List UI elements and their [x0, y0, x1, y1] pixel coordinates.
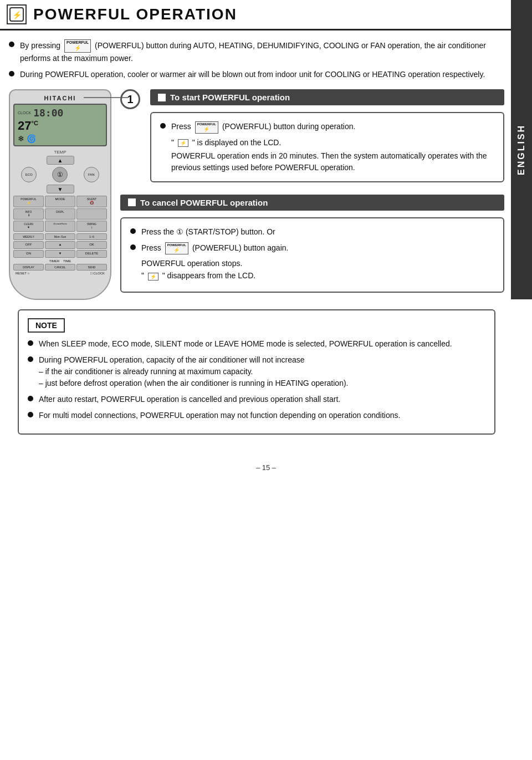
remote-temperature: 27°C [18, 119, 103, 133]
powerful-button-ref: POWERFUL ⚡ [64, 39, 91, 53]
leave-home-button[interactable]: ⊙LeaveHome [45, 221, 75, 232]
note-section: NOTE When SLEEP mode, ECO mode, SILENT m… [18, 309, 495, 435]
off-button[interactable]: OFF [13, 241, 44, 249]
bullet-dot [9, 71, 14, 76]
delete-button[interactable]: DELETE [76, 250, 107, 258]
cancel-disappears-text: " ⚡ " disappears from the LCD. [141, 271, 494, 280]
remote-time: 18:00 [33, 107, 63, 119]
eco-button[interactable]: ECO [21, 167, 37, 182]
intro-bullet-2: During POWERFUL operation, cooler or war… [9, 69, 504, 80]
start-section-wrapper: 1 To start POWERFUL operation [120, 89, 504, 190]
time-up-button[interactable]: ▲ [45, 241, 75, 249]
on-button[interactable]: ON [13, 250, 44, 258]
page-header: ⚡ POWERFUL OPERATION [0, 0, 532, 30]
bullet-dot [28, 396, 33, 401]
blank-button[interactable] [76, 208, 107, 220]
step1-row: 1 To start POWERFUL operation [120, 89, 504, 190]
range-button[interactable]: 1~6 [76, 233, 107, 240]
fan-icon: 🌀 [27, 134, 36, 143]
bullet-dot [9, 42, 14, 47]
note-item-4: For multi model connections, POWERFUL op… [28, 410, 485, 421]
intro-bullet-2-text: During POWERFUL operation, cooler or war… [20, 69, 485, 80]
intro-bullet-1-text: By pressing POWERFUL ⚡ (POWERFUL) button… [20, 39, 504, 64]
cancel-section-header: To cancel POWERFUL operation [120, 195, 504, 211]
send-button[interactable]: SEND [76, 264, 107, 271]
mode-button[interactable]: MODE [45, 196, 75, 207]
start-section-content: To start POWERFUL operation Press POWERF… [150, 89, 504, 190]
powerful-lcd-icon-2: ⚡ [148, 273, 158, 280]
bullet-dot [28, 340, 33, 346]
bullet-dot [160, 123, 166, 129]
note-item-3: After auto restart, POWERFUL operation i… [28, 394, 485, 405]
header-square [158, 94, 166, 101]
powerful-button-inline: POWERFUL ⚡ [195, 121, 218, 134]
silent-button[interactable]: SILENT 🔇 [76, 196, 107, 207]
temp-up-button[interactable]: ▲ [47, 156, 74, 165]
start-section-box: Press POWERFUL ⚡ (POWERFUL) button durin… [150, 112, 504, 182]
remote-control: HITACHI CLOCK 18:00 27°C ❄ 🌀 [9, 89, 111, 300]
start-bullet-1: Press POWERFUL ⚡ (POWERFUL) button durin… [160, 121, 494, 133]
clock-btn-label: □ CLOCK [90, 272, 105, 275]
cancel-bullet-2: Press POWERFUL ⚡ (POWERFUL) button again… [130, 242, 494, 254]
mon-sun-button[interactable]: Mon~Sun [45, 233, 75, 240]
ok-button[interactable]: OK [76, 241, 107, 249]
main-buttons-row: ECO ① FAN [13, 167, 107, 182]
weekly-button[interactable]: WEEKLY [13, 233, 44, 240]
time-down-button[interactable]: ▼ [45, 250, 75, 258]
bottom-row: DISPLAY CANCEL SEND [13, 264, 107, 271]
instructions-column: 1 To start POWERFUL operation [120, 89, 504, 300]
reset-label: RESET ○ [16, 272, 29, 275]
temp-label: TEMP [13, 150, 107, 155]
info-button[interactable]: INFO ℹ [13, 208, 44, 220]
connector-svg [84, 84, 128, 111]
start-section-header: To start POWERFUL operation [150, 89, 504, 105]
cancel-bullet-1: Press the ① (START/STOP) button. Or [130, 226, 494, 238]
page-number: – 15 – [0, 452, 532, 477]
temp-controls: ▲ [13, 156, 107, 165]
svg-text:⚡: ⚡ [12, 11, 22, 20]
remote-grid-buttons: POWERFUL ⚡ MODE SILENT 🔇 INFO ℹ DISPL [13, 196, 107, 232]
note-header: NOTE [28, 318, 65, 333]
step1-connector: 1 [120, 89, 145, 109]
remote-display-icons: ❄ 🌀 [18, 134, 103, 143]
cancel-stops-text: POWERFUL operation stops. [141, 259, 494, 268]
reset-clock-row: RESET ○ □ CLOCK [13, 272, 107, 275]
intro-bullet-1: By pressing POWERFUL ⚡ (POWERFUL) button… [9, 39, 504, 64]
timer-label: TIMER TIME [13, 259, 107, 263]
main-content: By pressing POWERFUL ⚡ (POWERFUL) button… [0, 30, 532, 452]
powerful-lcd-icon: ⚡ [178, 139, 188, 147]
remote-control-column: HITACHI CLOCK 18:00 27°C ❄ 🌀 [9, 89, 111, 300]
power-button[interactable]: ① [52, 167, 68, 182]
timer-grid: OFF ▲ OK ON ▼ DELETE [13, 241, 107, 258]
powerful-button-inline-2: POWERFUL ⚡ [165, 242, 188, 254]
intro-bullets: By pressing POWERFUL ⚡ (POWERFUL) button… [9, 39, 504, 80]
displ-button[interactable]: DISPL [45, 208, 75, 220]
bullet-dot [28, 412, 33, 417]
temp-down-control: ▼ [13, 185, 107, 193]
cancel-button[interactable]: CANCEL [45, 264, 75, 271]
display-button[interactable]: DISPLAY [13, 264, 44, 271]
bullet-dot [28, 356, 33, 362]
two-column-layout: HITACHI CLOCK 18:00 27°C ❄ 🌀 [9, 89, 504, 300]
bullet-dot [130, 228, 136, 234]
bullet-dot [130, 244, 136, 250]
swing-button[interactable]: SWING ↕ [76, 221, 107, 232]
page-title: POWERFUL OPERATION [33, 6, 237, 23]
start-lcd-display-note: " ⚡ " is displayed on the LCD. [171, 138, 494, 147]
clean-button[interactable]: CLEAN ✦ [13, 221, 44, 232]
powerful-grid-button[interactable]: POWERFUL ⚡ [13, 196, 44, 207]
note-item-1: When SLEEP mode, ECO mode, SILENT mode o… [28, 338, 485, 350]
cancel-section-wrapper: To cancel POWERFUL operation Press the ①… [120, 195, 504, 293]
snowflake-icon: ❄ [18, 134, 24, 143]
temp-down-button[interactable]: ▼ [47, 185, 74, 193]
start-paragraph: POWERFUL operation ends in 20 minutes. T… [171, 150, 494, 174]
header-square [128, 198, 136, 206]
section-icon: ⚡ [7, 4, 27, 24]
fan-button[interactable]: FAN [84, 167, 99, 182]
note-item-2: During POWERFUL operation, capacity of t… [28, 354, 485, 389]
cancel-section-box: Press the ① (START/STOP) button. Or Pres… [120, 217, 504, 293]
clock-label: CLOCK [18, 111, 31, 115]
weekly-row: WEEKLY Mon~Sun 1~6 [13, 233, 107, 240]
